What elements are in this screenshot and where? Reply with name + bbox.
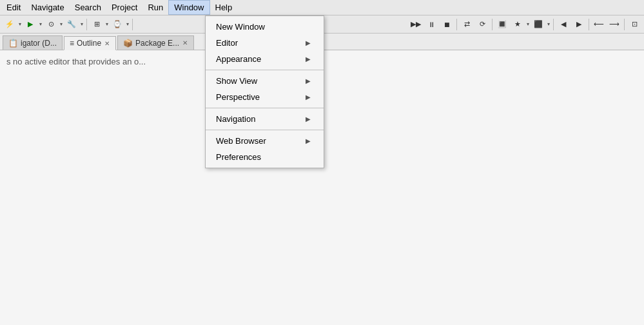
toolbar-btn-nav-back[interactable]: ⟵ [592, 17, 606, 32]
menubar: Edit Navigate Search Project Run Window … [0, 0, 644, 15]
toolbar-dropdown-arrow-4[interactable]: ▾ [80, 21, 84, 27]
toolbar-dropdown-arrow-run[interactable]: ▾ [39, 21, 43, 27]
toolbar-dropdown-arrow-1[interactable]: ▾ [18, 21, 22, 27]
toolbar-dropdown-arrow-3[interactable]: ▾ [59, 21, 63, 27]
toolbar-btn-forward[interactable]: ▶ [572, 17, 586, 32]
menu-item-show-view-label: Show View [216, 76, 257, 86]
toolbar-btn-5[interactable]: ⊞ [90, 17, 104, 32]
toolbar-dropdown-arrow-r7[interactable]: ▾ [526, 21, 530, 27]
menu-help[interactable]: Help [210, 0, 238, 15]
tab-outline-label: Outline [77, 39, 101, 48]
menu-item-appearance-arrow: ▶ [306, 55, 311, 63]
toolbar-sep-4 [492, 19, 493, 30]
menu-item-preferences-label: Preferences [216, 152, 261, 162]
menu-item-show-view-arrow: ▶ [306, 77, 311, 84]
toolbar-btn-run[interactable]: ▶ [23, 17, 37, 32]
toolbar-btn-r1[interactable]: ▶▶ [409, 17, 423, 32]
tab-navigator[interactable]: 📋 igator (D... [3, 35, 63, 50]
toolbar-sep-7 [624, 19, 625, 30]
menu-item-appearance[interactable]: Appearance ▶ [206, 51, 324, 67]
menu-navigate[interactable]: Navigate [26, 0, 69, 15]
toolbar-sep-5 [553, 19, 554, 30]
toolbar-dropdown-arrow-6[interactable]: ▾ [126, 21, 130, 27]
toolbar-btn-back[interactable]: ◀ [556, 17, 571, 32]
toolbar-btn-r6[interactable]: 🔳 [495, 17, 509, 32]
menu-sep-1 [206, 70, 324, 70]
menu-item-perspective[interactable]: Perspective ▶ [206, 89, 324, 105]
tab-package-close[interactable]: ✕ [182, 39, 188, 46]
menu-item-new-window-label: New Window [216, 22, 265, 32]
toolbar-btn-r7[interactable]: ★ [511, 17, 525, 32]
menu-edit[interactable]: Edit [1, 0, 26, 15]
menu-item-editor-arrow: ▶ [306, 39, 311, 46]
tab-navigator-label: igator (D... [21, 39, 57, 48]
menu-item-preferences[interactable]: Preferences [206, 149, 324, 165]
menu-item-perspective-arrow: ▶ [306, 94, 311, 101]
toolbar-sep-6 [589, 19, 589, 30]
tab-outline-icon: ≡ [70, 39, 74, 48]
tab-package-icon: 📦 [123, 39, 133, 48]
tab-navigator-icon: 📋 [8, 39, 18, 48]
toolbar-btn-1[interactable]: ⚡ [3, 17, 17, 32]
menu-item-perspective-label: Perspective [216, 92, 260, 102]
toolbar-btn-4[interactable]: 🔧 [64, 17, 79, 32]
menu-item-navigation-arrow: ▶ [306, 115, 311, 123]
tab-outline-close[interactable]: ✕ [104, 40, 110, 47]
menu-project[interactable]: Project [106, 0, 142, 15]
toolbar-btn-r4[interactable]: ⇄ [460, 17, 474, 32]
menu-item-new-window[interactable]: New Window [206, 19, 324, 35]
menu-window[interactable]: Window [168, 0, 210, 15]
menu-item-show-view[interactable]: Show View ▶ [206, 73, 324, 89]
menu-item-web-browser-arrow: ▶ [306, 137, 311, 144]
toolbar-btn-nav-forward[interactable]: ⟶ [607, 17, 621, 32]
toolbar-dropdown-arrow-r8[interactable]: ▾ [547, 21, 551, 27]
toolbar-btn-r2[interactable]: ⏸ [424, 17, 438, 32]
menu-item-appearance-label: Appearance [216, 54, 261, 64]
menu-item-editor-label: Editor [216, 38, 238, 48]
toolbar-btn-6[interactable]: ⌚ [110, 17, 124, 32]
toolbar-sep-1 [86, 19, 87, 30]
toolbar-btn-end[interactable]: ⊡ [627, 17, 641, 32]
menu-item-navigation[interactable]: Navigation ▶ [206, 111, 324, 127]
menu-sep-3 [206, 130, 324, 130]
toolbar-btn-3[interactable]: ⊙ [44, 17, 58, 32]
tab-package-label: Package E... [135, 39, 179, 48]
toolbar-btn-r5[interactable]: ⟳ [475, 17, 489, 32]
menu-run[interactable]: Run [142, 0, 168, 15]
toolbar-sep-2 [132, 19, 133, 30]
toolbar-sep-3 [456, 19, 457, 30]
toolbar-btn-r8[interactable]: ⬛ [531, 17, 545, 32]
toolbar-btn-r3[interactable]: ⏹ [440, 17, 454, 32]
menu-item-editor[interactable]: Editor ▶ [206, 35, 324, 51]
menu-sep-2 [206, 108, 324, 108]
menu-search[interactable]: Search [70, 0, 106, 15]
toolbar-dropdown-arrow-5[interactable]: ▾ [105, 21, 109, 27]
menu-item-web-browser[interactable]: Web Browser ▶ [206, 133, 324, 149]
tab-package[interactable]: 📦 Package E... ✕ [117, 35, 194, 50]
window-dropdown-menu: New Window Editor ▶ Appearance ▶ Show Vi… [205, 15, 324, 168]
menu-item-navigation-label: Navigation [216, 114, 255, 124]
menu-item-web-browser-label: Web Browser [216, 136, 266, 146]
content-message: s no active editor that provides an o... [6, 57, 146, 66]
tab-outline[interactable]: ≡ Outline ✕ [64, 36, 116, 50]
